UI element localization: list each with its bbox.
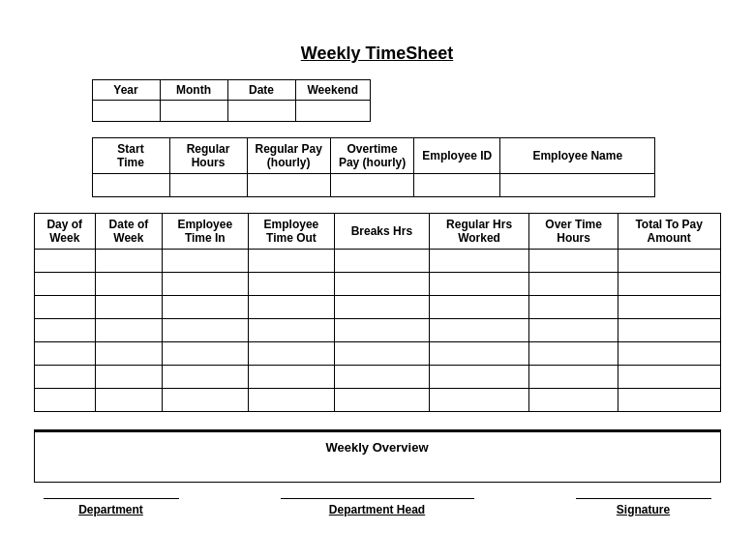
start-time-value[interactable]	[92, 174, 169, 197]
cell-day[interactable]	[34, 389, 96, 412]
cell-breaks[interactable]	[335, 296, 430, 319]
month-value[interactable]	[160, 101, 227, 122]
col-employee-time-out: EmployeeTime Out	[248, 214, 334, 250]
employee-id-value[interactable]	[414, 174, 500, 197]
cell-reg-hrs[interactable]	[429, 296, 529, 319]
cell-date[interactable]	[96, 273, 163, 296]
cell-time-in[interactable]	[162, 273, 248, 296]
cell-time-in[interactable]	[162, 296, 248, 319]
table-row	[34, 250, 720, 273]
cell-reg-hrs[interactable]	[429, 250, 529, 273]
department-line	[44, 498, 179, 499]
cell-breaks[interactable]	[335, 273, 430, 296]
cell-breaks[interactable]	[335, 250, 430, 273]
signature-label: Signature	[617, 503, 670, 516]
overview-section: Weekly Overview	[34, 429, 721, 483]
cell-total[interactable]	[618, 342, 720, 366]
cell-total[interactable]	[618, 366, 720, 389]
cell-total[interactable]	[618, 250, 720, 273]
table-row	[34, 319, 720, 342]
col-date-of-week: Date ofWeek	[96, 214, 163, 250]
cell-date[interactable]	[96, 366, 163, 389]
department-label: Department	[78, 503, 143, 516]
employee-id-header: Employee ID	[414, 138, 500, 174]
year-header: Year	[92, 80, 160, 101]
regular-hours-header: RegularHours	[169, 138, 247, 174]
cell-day[interactable]	[34, 250, 96, 273]
cell-breaks[interactable]	[335, 342, 430, 366]
cell-time-out[interactable]	[248, 250, 334, 273]
cell-time-in[interactable]	[162, 342, 248, 366]
cell-time-out[interactable]	[248, 296, 334, 319]
cell-date[interactable]	[96, 296, 163, 319]
cell-time-in[interactable]	[162, 389, 248, 412]
cell-breaks[interactable]	[335, 366, 430, 389]
cell-overtime[interactable]	[529, 296, 618, 319]
cell-day[interactable]	[34, 296, 96, 319]
cell-date[interactable]	[96, 250, 163, 273]
col-day-of-week: Day ofWeek	[34, 214, 96, 250]
signature-field: Signature	[576, 498, 711, 516]
date-value[interactable]	[227, 101, 295, 122]
table-row	[34, 366, 720, 389]
date-header: Date	[227, 80, 295, 101]
cell-day[interactable]	[34, 342, 96, 366]
date-table: Year Month Date Weekend	[92, 79, 371, 122]
start-time-header: StartTime	[92, 138, 169, 174]
cell-overtime[interactable]	[529, 250, 618, 273]
table-row	[34, 342, 720, 366]
cell-time-out[interactable]	[248, 319, 334, 342]
cell-breaks[interactable]	[335, 319, 430, 342]
regular-pay-value[interactable]	[247, 174, 330, 197]
cell-reg-hrs[interactable]	[429, 342, 529, 366]
col-regular-hrs-worked: Regular HrsWorked	[429, 214, 529, 250]
cell-total[interactable]	[618, 296, 720, 319]
spacer-row	[34, 412, 720, 422]
cell-breaks[interactable]	[335, 389, 430, 412]
department-head-line	[281, 498, 474, 499]
cell-day[interactable]	[34, 366, 96, 389]
cell-overtime[interactable]	[529, 273, 618, 296]
info-table: StartTime RegularHours Regular Pay(hourl…	[92, 137, 656, 197]
overview-title: Weekly Overview	[43, 440, 712, 455]
signature-line	[576, 498, 711, 499]
date-section: Year Month Date Weekend	[34, 79, 721, 126]
weekend-value[interactable]	[295, 101, 370, 122]
department-head-signature: Department Head	[281, 498, 474, 516]
cell-time-in[interactable]	[162, 250, 248, 273]
timesheet-page: Weekly TimeSheet Year Month Date Weekend…	[15, 28, 740, 532]
signatures-section: Department Department Head Signature	[34, 498, 721, 516]
cell-total[interactable]	[618, 319, 720, 342]
cell-time-out[interactable]	[248, 389, 334, 412]
cell-total[interactable]	[618, 389, 720, 412]
cell-total[interactable]	[618, 273, 720, 296]
col-total-to-pay: Total To PayAmount	[618, 214, 720, 250]
cell-overtime[interactable]	[529, 366, 618, 389]
cell-reg-hrs[interactable]	[429, 389, 529, 412]
year-value[interactable]	[92, 101, 160, 122]
cell-time-in[interactable]	[162, 319, 248, 342]
table-row	[34, 296, 720, 319]
cell-date[interactable]	[96, 342, 163, 366]
employee-name-value[interactable]	[500, 174, 655, 197]
cell-time-out[interactable]	[248, 342, 334, 366]
col-breaks-hrs: Breaks Hrs	[335, 214, 430, 250]
cell-date[interactable]	[96, 319, 163, 342]
cell-time-out[interactable]	[248, 366, 334, 389]
regular-hours-value[interactable]	[169, 174, 247, 197]
cell-overtime[interactable]	[529, 342, 618, 366]
page-title: Weekly TimeSheet	[34, 44, 721, 64]
regular-pay-header: Regular Pay(hourly)	[247, 138, 330, 174]
cell-time-out[interactable]	[248, 273, 334, 296]
cell-overtime[interactable]	[529, 319, 618, 342]
cell-overtime[interactable]	[529, 389, 618, 412]
overtime-pay-value[interactable]	[330, 174, 413, 197]
cell-reg-hrs[interactable]	[429, 366, 529, 389]
cell-day[interactable]	[34, 273, 96, 296]
cell-day[interactable]	[34, 319, 96, 342]
cell-date[interactable]	[96, 389, 163, 412]
department-head-label: Department Head	[329, 503, 425, 516]
cell-time-in[interactable]	[162, 366, 248, 389]
cell-reg-hrs[interactable]	[429, 319, 529, 342]
cell-reg-hrs[interactable]	[429, 273, 529, 296]
